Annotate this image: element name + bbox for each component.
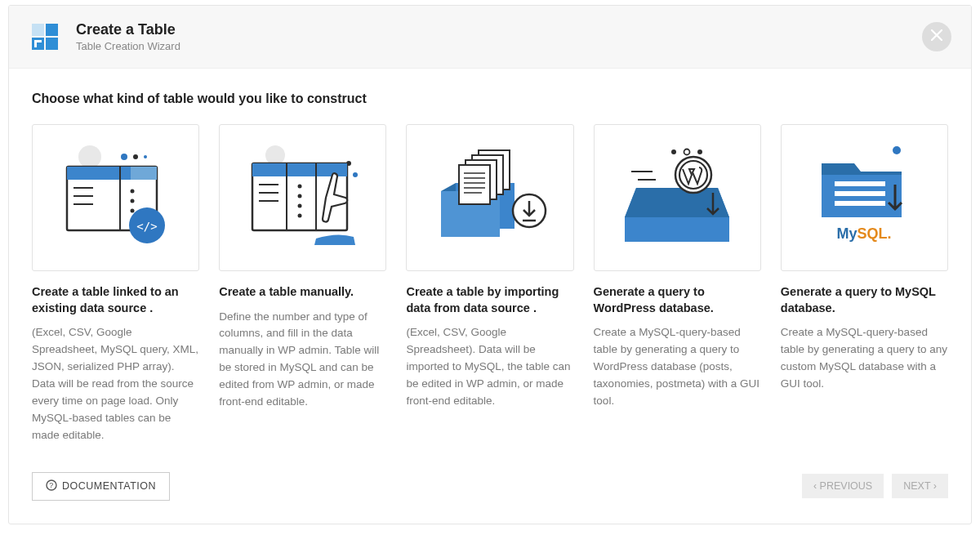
svg-point-17 [130, 209, 134, 213]
option-card [406, 124, 573, 271]
title-block: Create a Table Table Creation Wizard [76, 21, 180, 52]
option-desc: Define the number and type of columns, a… [219, 309, 386, 412]
svg-point-47 [684, 149, 690, 155]
svg-rect-56 [835, 201, 885, 206]
option-card [594, 124, 761, 271]
linked-table-icon: </> [51, 139, 181, 256]
documentation-label: DOCUMENTATION [62, 480, 156, 492]
option-title: Create a table by importing data from da… [406, 284, 573, 316]
dialog-footer: ? DOCUMENTATION ‹ PREVIOUS NEXT › [9, 453, 971, 524]
svg-point-7 [144, 155, 147, 158]
option-manual[interactable]: Create a table manually. Define the numb… [219, 124, 386, 444]
option-desc: (Excel, CSV, Google Spreadsheet, MySQL q… [32, 324, 199, 444]
next-label: NEXT [903, 480, 930, 492]
svg-rect-3 [46, 38, 58, 50]
option-card [219, 124, 386, 271]
option-card: </> [32, 124, 199, 271]
svg-point-5 [121, 154, 127, 160]
svg-rect-1 [46, 24, 58, 36]
option-card: MySQL. [781, 124, 948, 271]
chevron-right-icon: › [933, 480, 937, 492]
option-title: Generate a query to MySQL database. [781, 284, 948, 316]
option-desc: Create a MySQL-query-based table by gene… [594, 324, 761, 410]
manual-table-icon [238, 139, 368, 256]
dialog-body: Choose what kind of table would you like… [9, 69, 971, 453]
dialog-subtitle: Table Creation Wizard [76, 40, 180, 52]
svg-point-6 [133, 154, 138, 159]
svg-point-31 [297, 185, 301, 189]
svg-point-46 [671, 149, 676, 154]
option-desc: Create a MySQL-query-based table by gene… [781, 324, 948, 393]
wordpress-query-icon [612, 139, 742, 256]
svg-point-33 [297, 204, 301, 208]
dialog-header: Create a Table Table Creation Wizard [9, 6, 971, 69]
svg-rect-10 [131, 167, 157, 180]
svg-rect-0 [32, 24, 44, 36]
chevron-left-icon: ‹ [813, 480, 817, 492]
option-mysql-query[interactable]: MySQL. Generate a query to MySQL databas… [781, 124, 948, 444]
svg-point-53 [893, 146, 901, 154]
svg-text:</>: </> [136, 220, 157, 233]
prompt-text: Choose what kind of table would you like… [32, 91, 948, 106]
import-data-icon [425, 139, 555, 256]
svg-rect-55 [835, 191, 885, 196]
close-button[interactable] [922, 22, 951, 51]
mysql-query-icon: MySQL. [799, 139, 929, 256]
svg-rect-54 [835, 181, 885, 186]
option-import[interactable]: Create a table by importing data from da… [406, 124, 573, 444]
previous-button[interactable]: ‹ PREVIOUS [802, 474, 884, 498]
option-title: Generate a query to WordPress database. [594, 284, 761, 316]
option-title: Create a table linked to an existing dat… [32, 284, 199, 316]
option-desc: (Excel, CSV, Google Spreadsheet). Data w… [406, 324, 573, 410]
create-table-dialog: Create a Table Table Creation Wizard Cho… [8, 5, 972, 524]
close-icon [931, 29, 942, 44]
svg-point-34 [297, 214, 301, 218]
svg-rect-2 [32, 38, 44, 50]
option-wp-query[interactable]: Generate a query to WordPress database. … [594, 124, 761, 444]
svg-point-21 [265, 145, 285, 165]
option-title: Create a table manually. [219, 284, 386, 301]
next-button[interactable]: NEXT › [892, 474, 948, 498]
svg-point-32 [297, 194, 301, 198]
svg-rect-38 [459, 165, 490, 204]
app-logo-icon [29, 20, 61, 53]
help-icon: ? [46, 479, 57, 493]
svg-point-16 [130, 199, 134, 203]
svg-point-48 [697, 149, 702, 154]
option-linked-source[interactable]: </> Create a table linked to an existing… [32, 124, 199, 444]
nav-buttons: ‹ PREVIOUS NEXT › [802, 474, 948, 498]
svg-point-23 [353, 172, 358, 177]
previous-label: PREVIOUS [820, 480, 873, 492]
documentation-button[interactable]: ? DOCUMENTATION [32, 472, 170, 501]
svg-point-15 [130, 190, 134, 194]
svg-point-4 [78, 145, 101, 168]
dialog-title: Create a Table [76, 21, 180, 38]
svg-text:?: ? [49, 481, 54, 489]
svg-text:MySQL.: MySQL. [837, 225, 892, 242]
options-row: </> Create a table linked to an existing… [32, 124, 948, 444]
